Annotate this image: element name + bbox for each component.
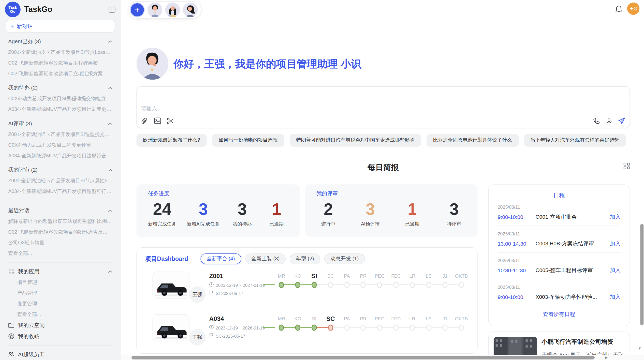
sidebar-group-header[interactable]: AI评审 (3)	[8, 118, 112, 129]
project-row[interactable]: 王强Z0012023-12-19 ~ 2027-01-19SI-2025-05-…	[145, 272, 469, 304]
clock-icon	[209, 282, 214, 288]
sidebar-group-header[interactable]: 我的评审 (2)	[8, 164, 112, 175]
image-icon[interactable]	[154, 117, 161, 125]
layout-grid-icon[interactable]	[623, 163, 630, 171]
scroll-right-arrow[interactable]: ▶	[605, 355, 608, 359]
sidebar-recent: 最近对话解释最新出台的欧盟报废车法规再生塑料比例被调至15%...C02-飞腾新…	[8, 205, 112, 259]
join-meeting-link[interactable]: 加入	[610, 293, 621, 301]
dashboard-tab[interactable]: 动总开发 (1)	[324, 253, 365, 264]
horizontal-scrollbar-thumb[interactable]	[131, 356, 595, 359]
chevron-up-icon[interactable]	[108, 85, 113, 91]
recent-chat-item[interactable]: C02-飞腾新能源轻客改款项目的闭环通告反馈情况	[8, 227, 112, 237]
sidebar-item[interactable]: C02-飞腾新能源轻客改款项目里程碑画布	[8, 57, 112, 68]
schedule-row: 10:30-11:30C005-整车工程目标评审加入	[498, 267, 621, 274]
chevron-up-icon[interactable]	[108, 207, 113, 214]
add-agent-button[interactable]: +	[130, 3, 145, 17]
milestone-track: MRKOSISCPAPRPECFECLRLSJ1OKTB	[272, 272, 470, 304]
view-all-chats-link[interactable]: 查看全部...	[8, 248, 112, 259]
sidebar-group-header[interactable]: 我的待办 (2)	[8, 82, 112, 93]
dashboard-tab[interactable]: 年型 (2)	[290, 253, 320, 264]
milestone: LS	[420, 272, 437, 288]
phone-call-icon[interactable]	[593, 117, 600, 125]
schedule-item: 2025/03/119:00-10:00C001-立项审批会加入	[498, 199, 621, 226]
milestone: LS	[420, 314, 437, 331]
main-area: +	[121, 0, 644, 360]
sidebar-item[interactable]: Z001-全新燃油皮卡产品开发项目SI节点Lesson Learn报告	[8, 47, 112, 57]
sidebar-item[interactable]: Z001-全新燃油轻卡产品开发项目SI节点属性5D文件评审	[8, 175, 112, 186]
milestone-dot	[328, 282, 333, 288]
stat-item: 3待评审	[442, 200, 466, 227]
notification-bell-icon[interactable]	[615, 5, 622, 12]
recent-chats-header[interactable]: 最近对话	[8, 205, 112, 216]
sidebar-shortcut[interactable]: 我的收藏	[8, 331, 112, 342]
user-avatar[interactable]: 王强	[627, 3, 639, 15]
chevron-up-icon[interactable]	[108, 38, 113, 44]
agent-avatar-1[interactable]	[148, 3, 162, 17]
join-meeting-link[interactable]: 加入	[610, 267, 621, 274]
view-all-schedule-link[interactable]: 查看所有日程	[498, 311, 621, 318]
dashboard-tab[interactable]: 全新平台 (4)	[200, 253, 241, 264]
suggestion-chips: 欧洲新规最近颁布了什么?如何写一份清晰的项目周报特朗普可能对进口汽车增税会对中国…	[136, 134, 630, 147]
sidebar-shortcut[interactable]: 我的云空间	[8, 320, 112, 331]
stat-card-title: 我的评审	[316, 190, 466, 197]
app-menu-item[interactable]: 变更管理	[17, 298, 113, 309]
agent-avatar-3[interactable]	[183, 3, 198, 17]
send-icon[interactable]	[618, 117, 625, 125]
attachment-icon[interactable]	[141, 117, 148, 125]
agent-avatar-2[interactable]	[165, 3, 180, 17]
recent-chat-item[interactable]: 解释最新出台的欧盟报废车法规再生塑料比例被调至15%...	[8, 216, 112, 227]
scroll-down-arrow[interactable]: ▼	[638, 346, 641, 350]
chevron-up-icon[interactable]	[108, 120, 113, 126]
milestone-label: SI	[306, 314, 322, 323]
stat-label: 新增AI完成任务	[187, 221, 220, 227]
suggestion-chip[interactable]: 比亚迪全固态电池计划具体说了什么	[427, 134, 519, 147]
collapse-sidebar-icon[interactable]	[108, 5, 116, 13]
view-all-apps-link[interactable]: 查看全部...	[17, 309, 113, 320]
composer-left-tools	[141, 117, 174, 125]
milestone: MR	[273, 314, 290, 331]
sidebar-group-header[interactable]: Agent已办 (3)	[8, 36, 112, 47]
vertical-scrollbar-thumb[interactable]	[640, 224, 643, 325]
suggestion-chip[interactable]: 欧洲新规最近颁布了什么?	[136, 134, 207, 147]
sidebar-item[interactable]: A034-全新新能源MUV产品开发项目计划变更表编写	[8, 104, 112, 115]
dashboard-tab[interactable]: 全新上装 (3)	[245, 253, 286, 264]
new-chat-button[interactable]: + 新对话	[6, 20, 115, 33]
suggestion-chip[interactable]: 如何写一份清晰的项目周报	[212, 134, 284, 147]
sidebar-item[interactable]: C02-飞腾新能源轻客改款项目立项汇报方案	[8, 68, 112, 79]
left-column: 任务进度24新增完成任务3新增AI完成任务3我的待办1已逾期我的评审2进行中3A…	[136, 184, 477, 354]
app-menu-item[interactable]: 产品管理	[17, 288, 113, 298]
sidebar-shortcuts: 我的云空间我的收藏	[8, 320, 112, 342]
sidebar-item[interactable]: Z001-全新燃油轻卡产品开发项目SI造型提交物评审	[8, 129, 112, 140]
chevron-up-icon[interactable]	[108, 167, 113, 173]
milestone-dot	[344, 282, 349, 288]
milestone-dot	[459, 324, 464, 331]
join-meeting-link[interactable]: 加入	[610, 213, 621, 221]
sidebar-item[interactable]: C0X4-动力总成开发项目工程变更评审	[8, 140, 112, 150]
sidebar-item[interactable]: A034-全新新能源MUV产品开发项目法规符合性评审	[8, 150, 112, 161]
milestone: LR	[404, 314, 420, 331]
stat-item: 1已逾期	[265, 200, 289, 227]
scissors-icon[interactable]	[166, 117, 174, 125]
stat-item: 3新增AI完成任务	[187, 200, 220, 227]
milestone-dot	[410, 324, 415, 331]
milestone-dot	[442, 282, 448, 288]
recent-chat-item[interactable]: 公司Q3轻卡销量	[8, 237, 112, 248]
project-row[interactable]: 王强A0342023-12-19 ~ 2026-01-19SC-2025-05-…	[145, 314, 469, 347]
project-thumbnail	[152, 314, 189, 341]
stat-item: 24新增完成任务	[148, 200, 176, 227]
suggestion-chip[interactable]: 当下年轻人对汽车外观有怎样的喜好趋势	[524, 134, 626, 147]
chat-composer[interactable]: 请输入...	[136, 86, 630, 128]
my-apps-header[interactable]: 我的应用	[8, 266, 112, 277]
sidebar-ai-tool[interactable]: AI超级员工	[8, 349, 112, 360]
suggestion-chip[interactable]: 特朗普可能对进口汽车增税会对中国车企造成哪些影响	[290, 134, 421, 147]
chevron-up-icon[interactable]	[108, 268, 113, 274]
app-menu-item[interactable]: 项目管理	[17, 277, 113, 288]
ai-tool-label: AI超级员工	[18, 351, 113, 358]
app-title: TaskGo	[24, 5, 108, 14]
microphone-icon[interactable]	[605, 117, 613, 125]
sidebar-item[interactable]: A034-全新新能源MUV产品开发项目造型可行性评审	[8, 186, 112, 197]
milestone-label: MR	[273, 272, 290, 281]
sidebar-item[interactable]: C0X4-动力总成开发项目SI里程碑提交物检查	[8, 93, 112, 104]
join-meeting-link[interactable]: 加入	[610, 240, 621, 247]
project-owner-badge: 王强	[188, 328, 207, 347]
